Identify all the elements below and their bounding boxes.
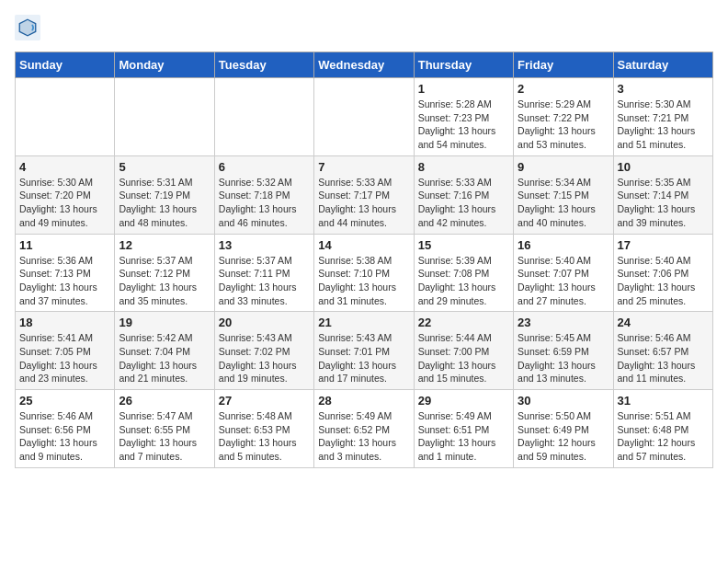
day-info: Sunrise: 5:43 AM Sunset: 7:02 PM Dayligh… [219,331,310,385]
weekday-header-thursday: Thursday [414,52,513,78]
day-info: Sunrise: 5:37 AM Sunset: 7:11 PM Dayligh… [219,254,310,308]
calendar-cell: 29Sunrise: 5:49 AM Sunset: 6:51 PM Dayli… [414,390,513,468]
day-info: Sunrise: 5:41 AM Sunset: 7:05 PM Dayligh… [19,331,110,385]
weekday-header-monday: Monday [115,52,214,78]
day-number: 20 [219,316,310,329]
calendar-cell: 27Sunrise: 5:48 AM Sunset: 6:53 PM Dayli… [214,390,313,468]
day-number: 16 [518,238,609,252]
day-info: Sunrise: 5:48 AM Sunset: 6:53 PM Dayligh… [219,409,310,464]
day-info: Sunrise: 5:30 AM Sunset: 7:21 PM Dayligh… [618,98,709,152]
day-number: 19 [119,316,210,329]
day-number: 15 [418,238,509,252]
weekday-header-tuesday: Tuesday [214,52,313,78]
day-info: Sunrise: 5:40 AM Sunset: 7:06 PM Dayligh… [618,254,709,308]
calendar-cell: 16Sunrise: 5:40 AM Sunset: 7:07 PM Dayli… [514,234,613,312]
calendar-cell: 9Sunrise: 5:34 AM Sunset: 7:15 PM Daylig… [514,155,613,234]
calendar-cell: 11Sunrise: 5:36 AM Sunset: 7:13 PM Dayli… [16,234,115,312]
day-number: 8 [418,160,509,174]
day-info: Sunrise: 5:43 AM Sunset: 7:01 PM Dayligh… [318,331,409,385]
calendar-cell: 30Sunrise: 5:50 AM Sunset: 6:49 PM Dayli… [514,390,613,468]
weekday-header-wednesday: Wednesday [314,52,414,78]
weekday-header-friday: Friday [514,52,613,78]
day-number: 31 [618,394,709,408]
day-info: Sunrise: 5:46 AM Sunset: 6:57 PM Dayligh… [618,331,709,385]
calendar-cell: 3Sunrise: 5:30 AM Sunset: 7:21 PM Daylig… [613,78,712,156]
day-info: Sunrise: 5:30 AM Sunset: 7:20 PM Dayligh… [19,176,110,230]
calendar-cell: 8Sunrise: 5:33 AM Sunset: 7:16 PM Daylig… [414,155,513,234]
day-number: 10 [618,160,709,174]
calendar-cell: 20Sunrise: 5:43 AM Sunset: 7:02 PM Dayli… [214,312,313,390]
day-number: 24 [618,316,709,329]
calendar-cell: 31Sunrise: 5:51 AM Sunset: 6:48 PM Dayli… [613,390,712,468]
calendar: SundayMondayTuesdayWednesdayThursdayFrid… [15,52,713,468]
day-info: Sunrise: 5:49 AM Sunset: 6:52 PM Dayligh… [318,409,409,464]
day-info: Sunrise: 5:33 AM Sunset: 7:17 PM Dayligh… [318,176,409,230]
day-number: 22 [418,316,509,329]
calendar-cell: 19Sunrise: 5:42 AM Sunset: 7:04 PM Dayli… [115,312,214,390]
day-info: Sunrise: 5:49 AM Sunset: 6:51 PM Dayligh… [418,409,509,464]
day-info: Sunrise: 5:36 AM Sunset: 7:13 PM Dayligh… [19,254,110,308]
day-number: 17 [618,238,709,252]
logo [15,15,44,40]
day-number: 27 [219,394,310,408]
day-number: 23 [518,316,609,329]
day-number: 3 [618,82,709,96]
calendar-cell: 28Sunrise: 5:49 AM Sunset: 6:52 PM Dayli… [314,390,414,468]
day-info: Sunrise: 5:31 AM Sunset: 7:19 PM Dayligh… [119,176,210,230]
weekday-header-saturday: Saturday [613,52,712,78]
day-number: 21 [318,316,409,329]
day-number: 25 [19,394,110,408]
day-info: Sunrise: 5:42 AM Sunset: 7:04 PM Dayligh… [119,331,210,385]
calendar-cell: 24Sunrise: 5:46 AM Sunset: 6:57 PM Dayli… [613,312,712,390]
day-number: 4 [19,160,110,174]
day-number: 29 [418,394,509,408]
weekday-header-sunday: Sunday [16,52,115,78]
day-info: Sunrise: 5:35 AM Sunset: 7:14 PM Dayligh… [618,176,709,230]
day-number: 11 [19,238,110,252]
day-number: 26 [119,394,210,408]
calendar-cell: 4Sunrise: 5:30 AM Sunset: 7:20 PM Daylig… [16,155,115,234]
day-info: Sunrise: 5:51 AM Sunset: 6:48 PM Dayligh… [618,409,709,464]
calendar-cell: 18Sunrise: 5:41 AM Sunset: 7:05 PM Dayli… [16,312,115,390]
calendar-cell: 10Sunrise: 5:35 AM Sunset: 7:14 PM Dayli… [613,155,712,234]
calendar-cell: 23Sunrise: 5:45 AM Sunset: 6:59 PM Dayli… [514,312,613,390]
calendar-cell [314,78,414,156]
day-info: Sunrise: 5:29 AM Sunset: 7:22 PM Dayligh… [518,98,609,152]
calendar-cell: 21Sunrise: 5:43 AM Sunset: 7:01 PM Dayli… [314,312,414,390]
calendar-cell: 15Sunrise: 5:39 AM Sunset: 7:08 PM Dayli… [414,234,513,312]
day-info: Sunrise: 5:40 AM Sunset: 7:07 PM Dayligh… [518,254,609,308]
day-info: Sunrise: 5:34 AM Sunset: 7:15 PM Dayligh… [518,176,609,230]
calendar-cell: 14Sunrise: 5:38 AM Sunset: 7:10 PM Dayli… [314,234,414,312]
day-info: Sunrise: 5:45 AM Sunset: 6:59 PM Dayligh… [518,331,609,385]
day-info: Sunrise: 5:28 AM Sunset: 7:23 PM Dayligh… [418,98,509,152]
day-info: Sunrise: 5:33 AM Sunset: 7:16 PM Dayligh… [418,176,509,230]
day-number: 5 [119,160,210,174]
calendar-cell: 12Sunrise: 5:37 AM Sunset: 7:12 PM Dayli… [115,234,214,312]
day-info: Sunrise: 5:39 AM Sunset: 7:08 PM Dayligh… [418,254,509,308]
day-info: Sunrise: 5:44 AM Sunset: 7:00 PM Dayligh… [418,331,509,385]
calendar-cell: 25Sunrise: 5:46 AM Sunset: 6:56 PM Dayli… [16,390,115,468]
day-info: Sunrise: 5:47 AM Sunset: 6:55 PM Dayligh… [119,409,210,464]
day-info: Sunrise: 5:38 AM Sunset: 7:10 PM Dayligh… [318,254,409,308]
calendar-cell: 1Sunrise: 5:28 AM Sunset: 7:23 PM Daylig… [414,78,513,156]
day-info: Sunrise: 5:46 AM Sunset: 6:56 PM Dayligh… [19,409,110,464]
calendar-cell [16,78,115,156]
calendar-cell [214,78,313,156]
calendar-cell: 7Sunrise: 5:33 AM Sunset: 7:17 PM Daylig… [314,155,414,234]
day-number: 7 [318,160,409,174]
day-number: 14 [318,238,409,252]
day-number: 9 [518,160,609,174]
day-number: 6 [219,160,310,174]
day-number: 30 [518,394,609,408]
day-info: Sunrise: 5:50 AM Sunset: 6:49 PM Dayligh… [518,409,609,464]
day-info: Sunrise: 5:37 AM Sunset: 7:12 PM Dayligh… [119,254,210,308]
day-number: 18 [19,316,110,329]
day-number: 1 [418,82,509,96]
calendar-cell: 2Sunrise: 5:29 AM Sunset: 7:22 PM Daylig… [514,78,613,156]
calendar-cell: 22Sunrise: 5:44 AM Sunset: 7:00 PM Dayli… [414,312,513,390]
day-number: 2 [518,82,609,96]
logo-icon [15,15,40,40]
calendar-cell: 5Sunrise: 5:31 AM Sunset: 7:19 PM Daylig… [115,155,214,234]
day-number: 12 [119,238,210,252]
day-info: Sunrise: 5:32 AM Sunset: 7:18 PM Dayligh… [219,176,310,230]
